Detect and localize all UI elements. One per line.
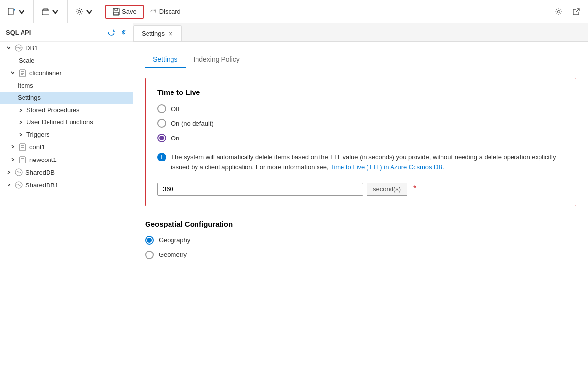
svg-point-4 (78, 10, 81, 13)
geo-radio-group: Geography Geometry (145, 236, 576, 259)
ttl-radio-no-default[interactable] (157, 119, 166, 128)
shareddb-icon (15, 168, 23, 176)
shareddb1-icon (15, 181, 23, 189)
ttl-option-no-default[interactable]: On (no default) (157, 119, 564, 128)
svg-rect-19 (20, 157, 25, 163)
settings-tab-label: Settings (142, 30, 165, 37)
ttl-title: Time to Live (157, 88, 564, 96)
svg-rect-5 (113, 8, 119, 15)
geo-option-geometry[interactable]: Geometry (145, 251, 576, 259)
toolbar: Save Discard (0, 0, 588, 23)
tree-item-user-defined-functions[interactable]: User Defined Functions (0, 116, 133, 128)
ttl-info-link[interactable]: Time to Live (TTL) in Azure Cosmos DB. (330, 163, 444, 171)
new-button[interactable] (4, 6, 29, 18)
tree-item-scale[interactable]: Scale (0, 54, 133, 67)
tree-item-items[interactable]: Items (0, 79, 133, 92)
chevron-placeholder-scale (10, 58, 16, 64)
sidebar: SQL API DB1 Scale (0, 23, 133, 368)
tree-label-shareddb: SharedDB (25, 169, 55, 176)
chevron-down-icon2 (51, 8, 59, 16)
geo-option-geography[interactable]: Geography (145, 236, 576, 245)
settings-content: Settings Indexing Policy Time to Live Of… (133, 42, 588, 368)
tree-item-stored-procedures[interactable]: Stored Procedures (0, 104, 133, 116)
sidebar-title: SQL API (6, 29, 31, 36)
ttl-required-marker: * (413, 184, 416, 193)
chevron-down-db1 (6, 45, 12, 51)
chevron-right-stored-procedures (18, 107, 24, 113)
refresh-button[interactable] (107, 28, 115, 36)
save-icon (112, 8, 120, 16)
ttl-radio-on[interactable] (157, 134, 166, 142)
chevron-down-clicontianer (10, 70, 16, 76)
time-to-live-section: Time to Live Off On (no default) On (145, 78, 576, 206)
svg-line-9 (576, 9, 579, 12)
tab-settings[interactable]: Settings (145, 51, 186, 68)
tree-item-clicontianer[interactable]: clicontianer (0, 67, 133, 79)
geospatial-section: Geospatial Configuration Geography Geome… (145, 218, 576, 269)
svg-rect-6 (115, 8, 118, 10)
chevron-right-shareddb1 (6, 182, 12, 188)
settings-tab[interactable]: Settings × (133, 25, 182, 41)
geospatial-title: Geospatial Configuration (145, 220, 576, 228)
sidebar-header: SQL API (0, 23, 133, 42)
open-button[interactable] (38, 6, 63, 18)
geo-label-geography: Geography (159, 236, 190, 244)
ttl-info-text: The system will automatically delete ite… (171, 152, 564, 173)
svg-point-8 (558, 10, 560, 13)
tab-bar: Settings × (133, 23, 588, 42)
chevron-right-triggers (18, 132, 24, 138)
chevron-right-cont1 (10, 144, 16, 150)
tree-item-cont1[interactable]: cont1 (0, 140, 133, 153)
geo-label-geometry: Geometry (159, 251, 187, 258)
collapse-sidebar-button[interactable] (119, 28, 127, 36)
ttl-option-on[interactable]: On (157, 134, 564, 142)
tree-label-clicontianer: clicontianer (29, 69, 62, 77)
inner-tabs: Settings Indexing Policy (145, 51, 576, 68)
toolbar-right (551, 6, 584, 18)
external-link-button[interactable] (568, 6, 584, 18)
settings-button[interactable] (72, 6, 97, 18)
chevron-down-icon3 (85, 8, 93, 16)
external-link-icon (572, 8, 580, 16)
ttl-radio-off[interactable] (157, 104, 166, 113)
tree-item-newcont1[interactable]: newcont1 (0, 153, 133, 166)
chevron-down-icon (18, 8, 25, 16)
discard-button[interactable]: Discard (146, 6, 185, 18)
save-button[interactable]: Save (105, 5, 144, 19)
container-icon-newcont1 (19, 156, 26, 163)
settings-tab-close[interactable]: × (168, 30, 173, 37)
geo-radio-geography[interactable] (145, 236, 154, 245)
tree-label-db1: DB1 (25, 45, 38, 52)
svg-rect-0 (8, 8, 13, 15)
tree-label-scale: Scale (19, 57, 35, 64)
sidebar-header-actions (107, 28, 127, 36)
svg-rect-7 (114, 12, 119, 15)
ttl-option-off[interactable]: Off (157, 104, 564, 113)
ttl-radio-group: Off On (no default) On (157, 104, 564, 142)
main-layout: SQL API DB1 Scale (0, 23, 588, 368)
ttl-input-row: second(s) * (157, 183, 564, 196)
refresh-icon (107, 28, 115, 36)
tree-label-stored-procedures: Stored Procedures (26, 106, 79, 114)
discard-icon (149, 8, 157, 16)
tree-item-settings[interactable]: Settings (0, 92, 133, 104)
ttl-label-no-default: On (no default) (171, 120, 214, 127)
tree-item-db1[interactable]: DB1 (0, 42, 133, 54)
container-icon-cont1 (19, 143, 26, 151)
toolbar-group-open (38, 0, 68, 23)
ttl-info-box: i The system will automatically delete i… (157, 150, 564, 175)
content-area: Settings × Settings Indexing Policy Time… (133, 23, 588, 368)
tree-item-triggers[interactable]: Triggers (0, 128, 133, 140)
geo-radio-geometry[interactable] (145, 251, 154, 259)
tree-label-items: Items (18, 82, 33, 89)
chevron-right-udf (18, 119, 24, 125)
tree-label-cont1: cont1 (29, 143, 45, 151)
ttl-input-field[interactable] (157, 183, 363, 196)
settings-gear-button[interactable] (551, 6, 566, 18)
tree-item-shareddb[interactable]: SharedDB (0, 166, 133, 179)
tree-item-shareddb1[interactable]: SharedDB1 (0, 179, 133, 191)
toolbar-group-left (4, 0, 34, 23)
container-icon (19, 69, 26, 77)
tab-indexing-policy[interactable]: Indexing Policy (186, 51, 247, 68)
open-icon (42, 8, 49, 16)
